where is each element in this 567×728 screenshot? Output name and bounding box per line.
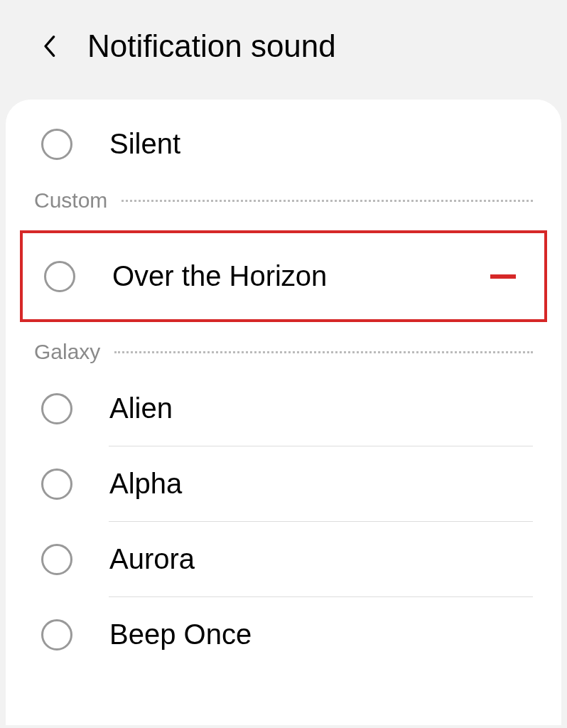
radio-icon bbox=[44, 261, 75, 292]
option-label: Alien bbox=[109, 392, 526, 424]
option-label: Alpha bbox=[109, 468, 526, 500]
radio-icon bbox=[41, 619, 72, 651]
dotted-divider bbox=[114, 351, 533, 353]
minus-icon[interactable] bbox=[490, 274, 516, 279]
section-label: Custom bbox=[34, 188, 107, 213]
dotted-divider bbox=[122, 200, 533, 202]
option-alien[interactable]: Alien bbox=[6, 371, 561, 446]
header: Notification sound bbox=[0, 0, 567, 100]
radio-icon bbox=[41, 469, 72, 500]
option-label: Over the Horizon bbox=[112, 260, 490, 292]
highlighted-custom-item: Over the Horizon bbox=[20, 230, 547, 322]
option-silent[interactable]: Silent bbox=[6, 107, 561, 181]
radio-icon bbox=[41, 129, 72, 160]
content-card: Silent Custom Over the Horizon Galaxy Al… bbox=[6, 100, 561, 725]
radio-icon bbox=[41, 393, 72, 424]
section-label: Galaxy bbox=[34, 340, 100, 364]
option-label: Beep Once bbox=[109, 619, 526, 651]
option-label: Silent bbox=[109, 128, 526, 160]
galaxy-list: Alien Alpha Aurora Beep Once bbox=[6, 371, 561, 672]
option-label: Aurora bbox=[109, 543, 526, 575]
option-aurora[interactable]: Aurora bbox=[6, 522, 561, 596]
back-icon[interactable] bbox=[39, 31, 59, 63]
radio-icon bbox=[41, 544, 72, 575]
section-header-galaxy: Galaxy bbox=[6, 333, 561, 371]
page-title: Notification sound bbox=[87, 28, 336, 64]
option-alpha[interactable]: Alpha bbox=[6, 446, 561, 521]
section-header-custom: Custom bbox=[6, 181, 561, 220]
option-over-the-horizon[interactable]: Over the Horizon bbox=[23, 233, 544, 319]
option-beep-once[interactable]: Beep Once bbox=[6, 597, 561, 672]
